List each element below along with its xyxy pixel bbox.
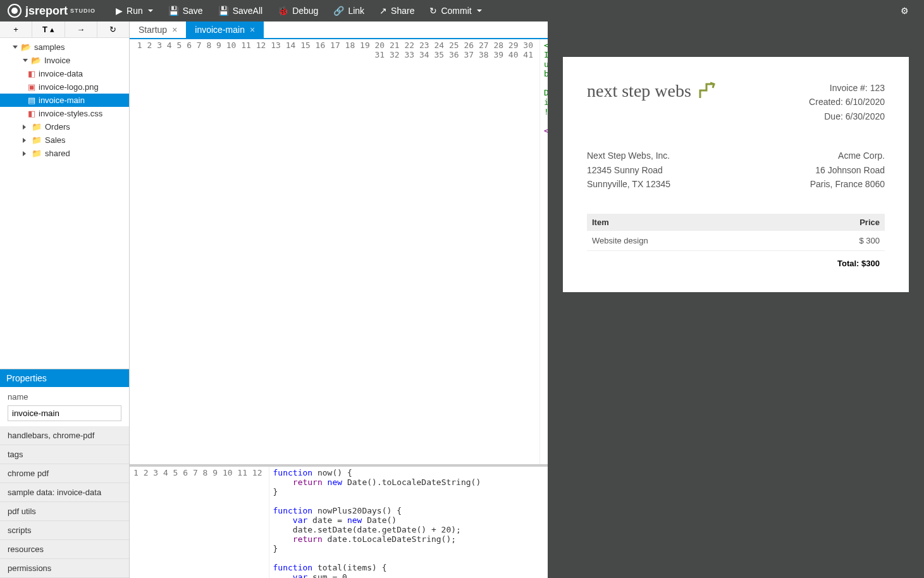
prop-section-pdfutils[interactable]: pdf utils — [0, 502, 129, 521]
tree-file-invoice-styles[interactable]: ◧invoice-styles.css — [0, 107, 129, 120]
editor-pane: Startup× invoice-main× 1 2 3 4 5 6 7 8 9… — [130, 22, 548, 578]
prop-section-resources[interactable]: resources — [0, 540, 129, 559]
code-content[interactable]: function now() { return new Date().toLoc… — [269, 467, 548, 578]
editor-tabs: Startup× invoice-main× — [130, 22, 548, 39]
tree-file-invoice-logo[interactable]: ▣invoice-logo.png — [0, 80, 129, 94]
buyer-address: Acme Corp. 16 Johnson Road Paris, France… — [810, 149, 885, 191]
line-gutter: 1 2 3 4 5 6 7 8 9 10 11 12 13 14 15 16 1… — [130, 39, 540, 464]
line-gutter: 1 2 3 4 5 6 7 8 9 10 11 12 — [130, 467, 269, 578]
settings-button[interactable]: ⚙ — [893, 0, 916, 22]
saveall-button[interactable]: 💾SaveAll — [211, 0, 270, 22]
preview-pane: next step webs Invoice #: 123 Created: 6… — [548, 22, 924, 578]
name-label: name — [8, 392, 121, 402]
logo: jsreport STUDIO — [8, 4, 95, 18]
link-icon: 🔗 — [333, 6, 344, 16]
folder-open-icon: 📂 — [21, 42, 31, 52]
table-row: Website design$ 300 — [587, 231, 885, 251]
prop-section-permissions[interactable]: permissions — [0, 559, 129, 578]
folder-icon: 📁 — [32, 149, 42, 158]
folder-icon: 📁 — [32, 122, 42, 132]
bug-icon: 🐞 — [278, 6, 288, 16]
close-icon[interactable]: × — [250, 25, 255, 35]
tab-startup[interactable]: Startup× — [130, 22, 186, 38]
th-item: Item — [587, 214, 791, 231]
share-icon: ↗ — [379, 6, 387, 16]
add-button[interactable]: + — [0, 22, 32, 37]
filter-button[interactable]: T ▴ — [32, 22, 65, 37]
gear-icon: ⚙ — [901, 6, 909, 16]
folder-icon: 📁 — [32, 135, 42, 145]
caret-icon — [148, 9, 153, 12]
css-icon: ◧ — [28, 109, 35, 118]
logo-arrow-icon — [698, 82, 717, 101]
collapse-button[interactable]: → — [65, 22, 97, 37]
file-tree: 📂samples 📂Invoice ◧invoice-data ▣invoice… — [0, 38, 129, 369]
seller-address: Next Step Webs, Inc. 12345 Sunny Road Su… — [587, 149, 670, 191]
sidebar-toolbar: + T ▴ → ↻ — [0, 22, 129, 38]
invoice-meta: Invoice #: 123 Created: 6/10/2020 Due: 6… — [809, 81, 885, 123]
tree-folder-sales[interactable]: 📁Sales — [0, 133, 129, 147]
data-icon: ◧ — [28, 69, 35, 78]
tab-invoice-main[interactable]: invoice-main× — [186, 22, 264, 38]
properties-panel: Properties name handlebars, chrome-pdf t… — [0, 369, 129, 578]
th-price: Price — [791, 214, 885, 231]
invoice-total: Total: $300 — [587, 251, 885, 268]
commit-button[interactable]: ↻Commit — [422, 0, 489, 22]
prop-section-chromepdf[interactable]: chrome pdf — [0, 464, 129, 483]
image-icon: ▣ — [28, 82, 35, 92]
helpers-code-editor[interactable]: 1 2 3 4 5 6 7 8 9 10 11 12 function now(… — [130, 464, 548, 578]
tree-folder-shared[interactable]: 📁shared — [0, 147, 129, 160]
invoice-logo: next step webs — [587, 81, 717, 101]
caret-icon — [477, 9, 482, 12]
prop-section-scripts[interactable]: scripts — [0, 521, 129, 540]
logo-icon — [8, 4, 22, 18]
link-button[interactable]: 🔗Link — [326, 0, 372, 22]
save-icon: 💾 — [168, 6, 179, 16]
save-button[interactable]: 💾Save — [161, 0, 211, 22]
debug-button[interactable]: 🐞Debug — [270, 0, 326, 22]
prop-section-engine[interactable]: handlebars, chrome-pdf — [0, 426, 129, 445]
invoice-items-table: ItemPrice Website design$ 300 — [587, 214, 885, 251]
logo-subtext: STUDIO — [70, 8, 95, 14]
close-icon[interactable]: × — [172, 25, 177, 35]
tree-file-invoice-main[interactable]: ▤invoice-main — [0, 94, 129, 107]
tree-folder-samples[interactable]: 📂samples — [0, 40, 129, 54]
property-name: name — [0, 387, 129, 426]
saveall-icon: 💾 — [218, 6, 229, 16]
main-toolbar: jsreport STUDIO ▶Run 💾Save 💾SaveAll 🐞Deb… — [0, 0, 924, 22]
properties-header: Properties — [0, 369, 129, 387]
share-button[interactable]: ↗Share — [372, 0, 422, 22]
prop-section-sampledata[interactable]: sample data: invoice-data — [0, 483, 129, 502]
name-input[interactable] — [8, 405, 121, 421]
tree-folder-orders[interactable]: 📁Orders — [0, 120, 129, 133]
prop-section-tags[interactable]: tags — [0, 445, 129, 464]
folder-open-icon: 📂 — [31, 56, 41, 65]
refresh-icon: ↻ — [429, 6, 437, 16]
tree-folder-invoice[interactable]: 📂Invoice — [0, 54, 129, 67]
run-button[interactable]: ▶Run — [108, 0, 161, 22]
sidebar: + T ▴ → ↻ 📂samples 📂Invoice ◧invoice-dat… — [0, 22, 130, 578]
code-content[interactable]: <!-- Invoice dynamically rendered into h… — [540, 39, 548, 464]
refresh-tree-button[interactable]: ↻ — [97, 22, 129, 37]
logo-text: jsreport — [25, 4, 68, 18]
tree-file-invoice-data[interactable]: ◧invoice-data — [0, 67, 129, 80]
invoice-document: next step webs Invoice #: 123 Created: 6… — [563, 57, 909, 292]
template-icon: ▤ — [28, 95, 35, 105]
play-icon: ▶ — [116, 6, 123, 16]
main-code-editor[interactable]: 1 2 3 4 5 6 7 8 9 10 11 12 13 14 15 16 1… — [130, 39, 548, 464]
